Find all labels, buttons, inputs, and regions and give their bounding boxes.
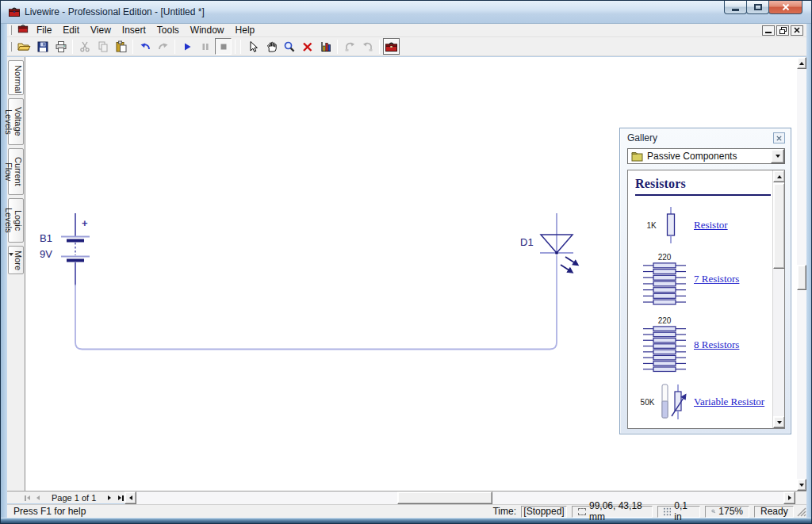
menu-tools[interactable]: Tools: [151, 24, 185, 37]
scroll-left-button[interactable]: [124, 491, 136, 504]
gallery-category-dropdown-button[interactable]: [771, 149, 784, 163]
gallery-link-7-resistors[interactable]: 7 Resistors: [694, 273, 739, 285]
gallery-item-7-resistors[interactable]: 220 7 Resistors: [635, 253, 771, 305]
horizontal-scrollbar-thumb[interactable]: [397, 491, 492, 504]
time-label: Time:: [492, 506, 521, 517]
scroll-down-button[interactable]: [797, 479, 806, 491]
maximize-button[interactable]: [746, 1, 769, 14]
tab-logic-levels[interactable]: Logic Levels: [8, 198, 24, 243]
grid-icon: [664, 507, 671, 516]
window-frame-right: [806, 24, 812, 518]
stop-button[interactable]: [215, 38, 232, 55]
redo-icon: [157, 40, 170, 53]
save-button[interactable]: [34, 38, 51, 55]
battery-value-label: 9V: [40, 248, 52, 260]
app-icon: [8, 6, 21, 21]
scrollbar-corner: [795, 491, 806, 504]
menu-window[interactable]: Window: [185, 24, 230, 37]
gallery-item-resistor[interactable]: 1K Resistor: [635, 207, 771, 243]
mdi-minimize-icon: [765, 32, 772, 33]
maximize-icon: [754, 4, 762, 10]
zoom-panel[interactable]: 175%: [705, 506, 749, 518]
grid-panel[interactable]: 0,1 in: [657, 506, 700, 518]
selection-icon: [578, 508, 586, 515]
open-button[interactable]: [16, 38, 33, 55]
mdi-restore-button[interactable]: [776, 25, 789, 36]
gallery-link-8-resistors[interactable]: 8 Resistors: [694, 338, 739, 351]
paste-button[interactable]: [113, 38, 129, 55]
gallery-scroll-down-button[interactable]: [773, 416, 785, 428]
rotate-left-icon: [343, 40, 356, 53]
close-icon: [776, 136, 782, 141]
gallery-scrollbar[interactable]: [772, 170, 784, 428]
undo-button[interactable]: [136, 38, 153, 55]
vertical-scrollbar[interactable]: [797, 57, 806, 491]
tab-voltage-levels[interactable]: Voltage Levels: [8, 98, 24, 145]
redo-button[interactable]: [155, 38, 171, 55]
cut-button[interactable]: [76, 38, 93, 55]
minimize-button[interactable]: [724, 1, 747, 14]
gallery-title: Gallery: [627, 132, 657, 143]
graph-button[interactable]: [317, 38, 334, 55]
chevron-down-icon: [776, 155, 780, 158]
gallery-scroll-up-button[interactable]: [773, 170, 785, 182]
horizontal-scrollbar[interactable]: [124, 491, 795, 504]
gallery-toggle-button[interactable]: [383, 38, 400, 55]
tab-normal[interactable]: Normal: [8, 60, 24, 95]
print-button[interactable]: [52, 38, 69, 55]
tab-current-flow[interactable]: Current Flow: [8, 148, 24, 195]
gallery-close-button[interactable]: [773, 132, 785, 143]
mdi-minimize-button[interactable]: [762, 25, 775, 36]
rotate-right-icon: [362, 40, 374, 53]
last-page-icon: [122, 495, 124, 501]
next-page-icon: [108, 495, 111, 500]
zoom-level-value: 175%: [718, 506, 743, 517]
menu-help[interactable]: Help: [230, 24, 261, 37]
menu-insert[interactable]: Insert: [117, 24, 151, 37]
close-button[interactable]: [768, 1, 802, 14]
menubar-grip[interactable]: [10, 25, 12, 35]
toolbar-separator: [72, 40, 73, 54]
grid-size-value: 0,1 in: [674, 500, 694, 522]
gallery-category-select[interactable]: Passive Components: [627, 148, 785, 164]
delete-tool-button[interactable]: [299, 38, 316, 55]
battery-polarity-label: +: [82, 217, 88, 229]
simulation-time-panel: [Stopped]: [521, 506, 567, 518]
scroll-right-button[interactable]: [783, 491, 795, 504]
resize-grip[interactable]: [795, 506, 806, 517]
gallery-item-8-resistors[interactable]: 220 8 Resistors: [635, 316, 771, 373]
window-frame-left: [1, 24, 7, 518]
pan-tool-button[interactable]: [262, 38, 279, 55]
rotate-right-button[interactable]: [359, 38, 376, 55]
status-help-text: Press F1 for help: [7, 506, 492, 517]
tab-more[interactable]: More: [8, 246, 24, 274]
first-page-button[interactable]: [21, 492, 33, 503]
gallery-section-heading: Resistors: [635, 177, 771, 191]
gallery-category-value: Passive Components: [643, 151, 771, 162]
menu-file[interactable]: File: [31, 24, 57, 37]
mdi-close-button[interactable]: [791, 25, 803, 36]
resistor-icon: [659, 207, 683, 243]
run-button[interactable]: [178, 38, 195, 55]
previous-page-button[interactable]: [33, 492, 44, 503]
pause-button[interactable]: [197, 38, 213, 55]
select-tool-button[interactable]: [244, 38, 261, 55]
scroll-up-button[interactable]: [797, 57, 806, 69]
toolbar-grip[interactable]: [10, 42, 12, 52]
gallery-link-resistor[interactable]: Resistor: [694, 219, 728, 231]
gallery-link-variable-resistor[interactable]: Variable Resistor: [694, 396, 764, 408]
copy-icon: [97, 40, 109, 53]
gallery-scrollbar-thumb[interactable]: [773, 183, 785, 269]
page-indicator: Page 1 of 1: [44, 493, 104, 503]
menu-view[interactable]: View: [85, 24, 117, 37]
zoom-tool-button[interactable]: [281, 38, 297, 55]
play-icon: [181, 40, 193, 53]
vertical-scrollbar-thumb[interactable]: [797, 265, 806, 290]
next-page-button[interactable]: [104, 492, 115, 503]
copy-button[interactable]: [94, 38, 111, 55]
gallery-item-variable-resistor[interactable]: 50K Variable Resistor: [635, 384, 771, 420]
undo-icon: [139, 40, 151, 53]
menu-edit[interactable]: Edit: [57, 24, 85, 37]
rotate-left-button[interactable]: [341, 38, 358, 55]
document-icon[interactable]: [17, 23, 29, 37]
